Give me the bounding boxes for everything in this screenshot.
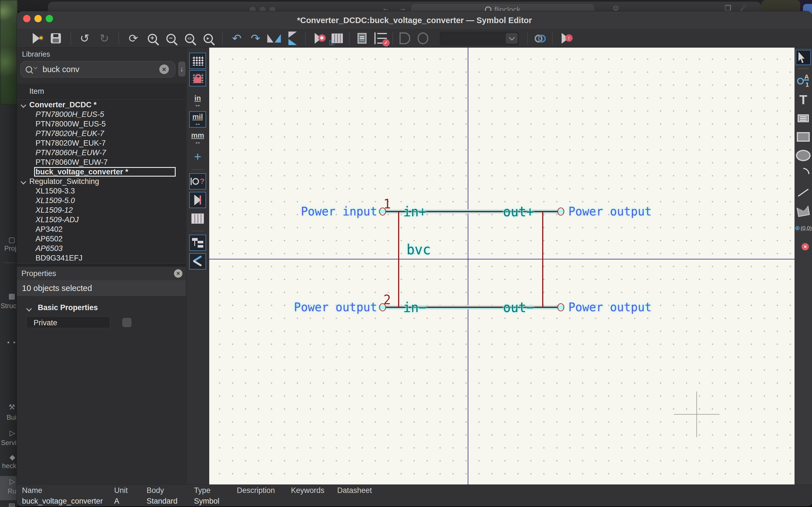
ide-item-structure[interactable]: Struc <box>0 302 17 310</box>
datasheet-button[interactable] <box>354 31 370 45</box>
arc-tool-button[interactable] <box>796 166 811 182</box>
chevron-down-icon[interactable] <box>26 306 32 312</box>
zoom-out-button[interactable]: − <box>163 31 179 45</box>
ide-item-projects[interactable]: Proj <box>0 244 17 252</box>
demorgan-standard-button[interactable] <box>397 31 413 45</box>
rotate-ccw-button[interactable]: ↶ <box>229 31 245 45</box>
rectangle-tool-button[interactable] <box>796 129 811 145</box>
show-symbol-tree-button[interactable] <box>189 235 206 251</box>
tree-column-header[interactable]: Item <box>17 83 186 99</box>
line-tool-button[interactable] <box>796 185 811 200</box>
demorgan-alternate-button[interactable] <box>415 31 431 45</box>
library-tree-item-selected[interactable]: buck_voltage_converter * <box>17 167 186 177</box>
library-tree-item[interactable]: XL1509-12 <box>17 205 186 215</box>
polygon-tool-button[interactable] <box>796 204 811 219</box>
pin-type-label: Power output <box>568 204 652 218</box>
ide-item-services[interactable]: Servi <box>0 439 17 447</box>
private-checkbox[interactable] <box>122 318 132 327</box>
mirror-horizontal-button[interactable] <box>266 31 282 45</box>
ide-item-check[interactable]: heck <box>0 462 17 470</box>
text-tool-button[interactable]: T <box>796 92 811 107</box>
show-properties-panel-button[interactable] <box>189 253 206 270</box>
pin-tool-button[interactable]: A 1 <box>796 73 811 89</box>
delete-tool-button[interactable]: × <box>796 237 811 252</box>
show-hidden-pins-button[interactable] <box>189 192 206 208</box>
library-tree-item[interactable]: AP6503 <box>17 244 186 253</box>
left-tool-column: in↔ mil↔ mm↔ + ? <box>186 48 209 485</box>
basic-properties-section[interactable]: Basic Properties <box>17 303 186 315</box>
cursor-shape-button[interactable]: + <box>189 149 206 165</box>
library-tree-item[interactable]: AP6502 <box>17 234 186 244</box>
zoom-in-button[interactable]: + <box>144 31 160 45</box>
check-icon: ✓ <box>382 39 390 47</box>
pin-name-in-plus[interactable]: in+ <box>403 204 426 219</box>
refresh-view-button[interactable]: ⟳ <box>125 31 141 45</box>
desktop-wallpaper <box>0 0 17 105</box>
zoom-fit-button[interactable]: ▭ <box>182 31 197 45</box>
wrench-icon <box>192 257 203 266</box>
save-button[interactable] <box>48 31 64 45</box>
ide-item-run[interactable]: Ru <box>0 487 17 495</box>
clear-search-button[interactable]: × <box>159 64 169 74</box>
library-tree-item[interactable]: Regulator_Switching <box>17 177 186 186</box>
chevron-down-icon[interactable] <box>506 33 518 44</box>
library-tree-item[interactable]: XL1509-5.0 <box>17 196 186 205</box>
zoom-in-icon: + <box>148 34 157 43</box>
unit-select[interactable] <box>440 32 519 45</box>
pin-table-button[interactable]: ⚿ <box>329 31 345 45</box>
show-properties-table-button[interactable] <box>189 210 206 227</box>
units-inches-button[interactable]: in↔ <box>189 93 206 109</box>
select-tool-button[interactable] <box>796 50 811 65</box>
search-icon <box>26 66 32 73</box>
pin-name-in-minus[interactable]: in− <box>403 299 426 315</box>
editor-canvas[interactable]: 1 2 in+ out+ in− out− Power input Power … <box>209 48 795 485</box>
library-tree-item[interactable]: AP3402 <box>17 224 186 234</box>
library-tree-item[interactable]: Converter_DCDC * <box>17 100 186 110</box>
library-tree-item[interactable]: PTN78000H_EUS-5 <box>17 110 186 119</box>
erc-icon: ✓ <box>374 33 387 44</box>
pin-name-out-plus[interactable]: out+ <box>503 204 534 219</box>
new-symbol-button[interactable]: ✷ <box>28 31 44 45</box>
library-tree-item[interactable]: XL1509-3.3 <box>17 186 186 196</box>
library-tree-item[interactable]: PTN78020W_EUK-7 <box>17 138 186 148</box>
symbol-name-text[interactable]: bvc <box>407 241 431 258</box>
units-mm-button[interactable]: mm↔ <box>189 130 206 146</box>
sync-pins-button[interactable] <box>532 31 548 45</box>
redo-button[interactable]: ↻ <box>96 31 112 45</box>
sort-button[interactable]: ↓ <box>178 61 186 76</box>
ide-item-build[interactable]: Bui <box>0 413 17 421</box>
titlebar[interactable]: *Converter_DCDC:buck_voltage_converter —… <box>17 11 812 30</box>
export-symbol-button[interactable]: ↑ <box>557 31 573 45</box>
info-value-body: Standard <box>147 497 177 506</box>
library-tree-item[interactable]: BD9G341EFJ <box>17 253 186 263</box>
search-options-chevron-icon[interactable] <box>34 65 38 69</box>
ide-item-more[interactable]: • • <box>0 339 17 346</box>
library-tree-item[interactable]: PTN78060W_EUW-7 <box>17 158 186 167</box>
zoom-selection-button[interactable]: ► <box>200 31 216 45</box>
close-icon[interactable]: × <box>174 269 183 278</box>
show-pin-electrical-type-button[interactable]: ? <box>189 173 206 189</box>
library-tree-item[interactable]: XL1509-ADJ <box>17 215 186 224</box>
library-tree-item[interactable]: PTN78020H_EUK-7 <box>17 129 186 138</box>
library-search-input[interactable]: buck conv × <box>20 61 175 77</box>
grid-override-button[interactable] <box>189 70 206 87</box>
grid-visibility-button[interactable] <box>189 53 206 69</box>
ellipse-tool-button[interactable] <box>796 148 811 163</box>
symbol-properties-button[interactable]: ✱ <box>310 31 326 45</box>
pin-name-out-minus[interactable]: out− <box>503 299 534 315</box>
library-tree-item[interactable]: PTN78000W_EUS-5 <box>17 119 186 129</box>
pin-number[interactable]: 2 <box>384 292 391 307</box>
erc-button[interactable]: ✓ <box>373 31 389 45</box>
pin-number[interactable]: 1 <box>384 196 391 212</box>
anchor-tool-button[interactable]: ⊕ (0,0) <box>796 221 811 236</box>
library-tree-item[interactable]: PTN78060H_EUW-7 <box>17 148 186 158</box>
info-header-description: Description <box>237 486 275 495</box>
rotate-cw-button[interactable]: ↷ <box>248 31 263 45</box>
textbox-tool-button[interactable] <box>796 111 811 126</box>
chevron-down-icon[interactable] <box>20 102 26 108</box>
units-mils-button[interactable]: mil↔ <box>189 111 206 128</box>
undo-button[interactable]: ↺ <box>77 31 93 45</box>
mirror-vertical-button[interactable] <box>285 31 301 45</box>
lock-icon <box>194 77 201 83</box>
chevron-down-icon[interactable] <box>20 179 26 184</box>
